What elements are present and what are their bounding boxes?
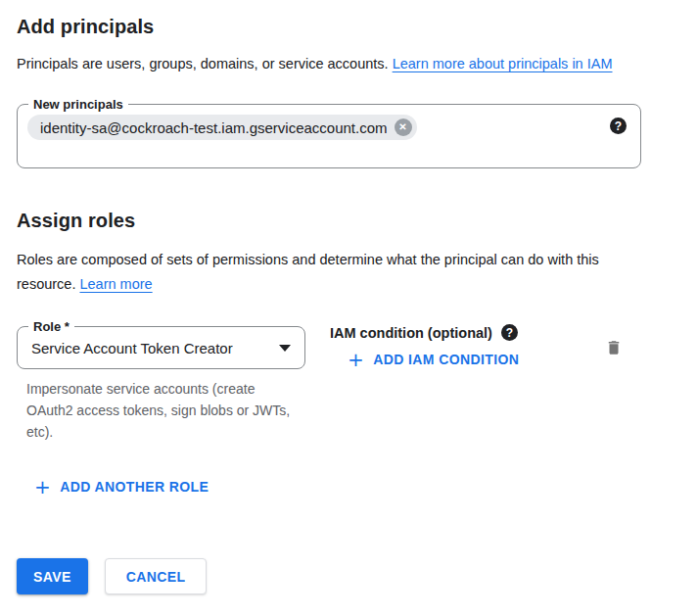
save-button[interactable]: SAVE	[17, 558, 88, 594]
plus-icon: +	[348, 351, 364, 368]
principal-chip: identity-sa@cockroach-test.iam.gservicea…	[27, 115, 417, 140]
intro-text-body: Principals are users, groups, domains, o…	[17, 56, 393, 71]
delete-role-button[interactable]	[603, 336, 625, 362]
principal-chip-label: identity-sa@cockroach-test.iam.gservicea…	[40, 119, 388, 136]
assign-roles-title: Assign roles	[17, 210, 681, 232]
trash-icon	[605, 338, 623, 357]
role-select[interactable]: Role * Service Account Token Creator	[17, 326, 305, 369]
add-iam-condition-label: ADD IAM CONDITION	[373, 352, 519, 367]
learn-more-roles-link[interactable]: Learn more	[79, 276, 152, 292]
role-description: Impersonate service accounts (create OAu…	[26, 378, 302, 443]
chip-remove-icon[interactable]: ✕	[395, 118, 412, 136]
new-principals-help-icon[interactable]: ?	[610, 118, 627, 134]
intro-text: Principals are users, groups, domains, o…	[17, 52, 658, 76]
plus-icon: +	[34, 478, 51, 496]
iam-condition-label: IAM condition (optional)	[330, 325, 492, 341]
new-principals-field[interactable]: New principals identity-sa@cockroach-tes…	[17, 104, 641, 168]
chevron-down-icon	[279, 345, 291, 352]
learn-more-principals-link[interactable]: Learn more about principals in IAM	[393, 56, 613, 71]
dialog-actions: SAVE CANCEL	[17, 558, 207, 594]
iam-condition-column: IAM condition (optional) ? + ADD IAM CON…	[330, 326, 519, 370]
add-principals-panel: Add principals Principals are users, gro…	[0, 0, 698, 616]
assign-roles-description: Roles are composed of sets of permission…	[17, 248, 624, 297]
iam-condition-help-icon[interactable]: ?	[501, 324, 518, 341]
iam-condition-label-row: IAM condition (optional) ?	[330, 324, 519, 341]
cancel-button[interactable]: CANCEL	[105, 558, 208, 594]
add-iam-condition-button[interactable]: + ADD IAM CONDITION	[348, 351, 519, 368]
role-label: Role *	[28, 318, 74, 335]
add-another-role-button[interactable]: + ADD ANOTHER ROLE	[34, 478, 209, 496]
role-column: Role * Service Account Token Creator Imp…	[17, 326, 305, 443]
new-principals-label: New principals	[28, 96, 128, 113]
add-another-role-label: ADD ANOTHER ROLE	[60, 479, 209, 495]
role-row: Role * Service Account Token Creator Imp…	[17, 326, 681, 443]
role-selected-value: Service Account Token Creator	[31, 340, 271, 356]
page-title: Add principals	[17, 16, 681, 38]
